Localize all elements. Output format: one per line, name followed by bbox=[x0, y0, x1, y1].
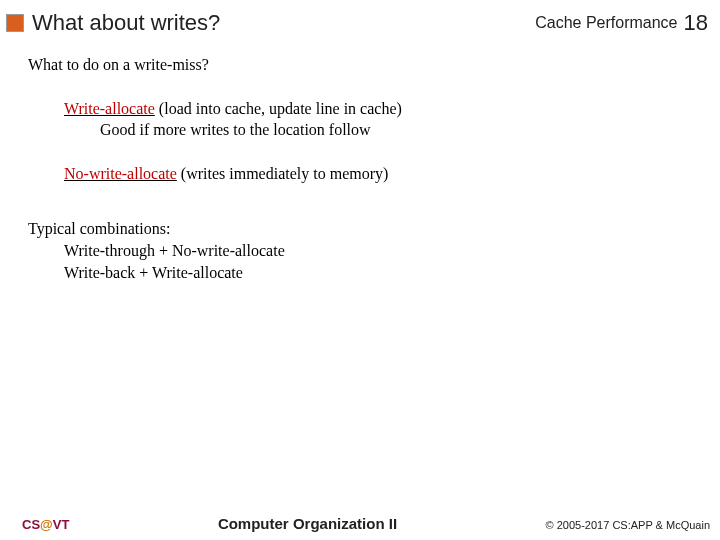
slide-title: What about writes? bbox=[32, 10, 535, 36]
footer-course-title: Computer Organization II bbox=[69, 515, 545, 532]
policy-no-write-allocate: No-write-allocate (writes immediately to… bbox=[64, 163, 692, 185]
combo-item-1: Write-through + No-write-allocate bbox=[64, 240, 692, 262]
policy2-desc: (writes immediately to memory) bbox=[177, 165, 389, 182]
footer-vt: VT bbox=[53, 517, 70, 532]
policy1-note: Good if more writes to the location foll… bbox=[100, 119, 692, 141]
slide-header: What about writes? Cache Performance 18 bbox=[0, 0, 720, 44]
slide-content: What to do on a write-miss? Write-alloca… bbox=[0, 44, 720, 283]
topic-label: Cache Performance bbox=[535, 14, 677, 32]
question-heading: What to do on a write-miss? bbox=[28, 54, 692, 76]
combos-heading: Typical combinations: bbox=[28, 218, 692, 240]
policy2-name: No-write-allocate bbox=[64, 165, 177, 182]
footer-affiliation: CS@VT bbox=[22, 517, 69, 532]
policy-write-allocate: Write-allocate (load into cache, update … bbox=[64, 98, 692, 141]
slide-footer: CS@VT Computer Organization II © 2005-20… bbox=[0, 515, 720, 532]
policy1-desc: (load into cache, update line in cache) bbox=[155, 100, 402, 117]
footer-at: @ bbox=[40, 517, 53, 532]
combo-item-2: Write-back + Write-allocate bbox=[64, 262, 692, 284]
header-bullet-icon bbox=[6, 14, 24, 32]
footer-copyright: © 2005-2017 CS:APP & McQuain bbox=[546, 519, 710, 531]
policy1-name: Write-allocate bbox=[64, 100, 155, 117]
page-number: 18 bbox=[684, 10, 708, 36]
typical-combinations: Typical combinations: Write-through + No… bbox=[28, 218, 692, 283]
footer-cs: CS bbox=[22, 517, 40, 532]
